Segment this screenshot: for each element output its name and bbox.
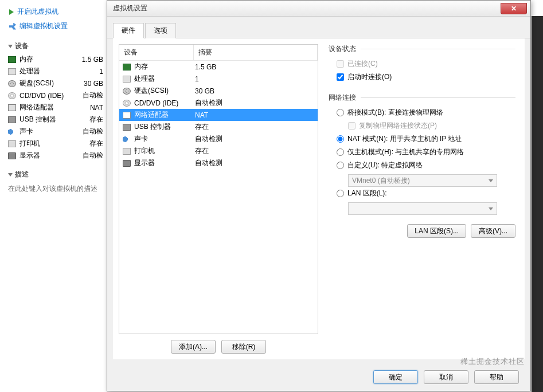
summary-device-row[interactable]: 处理器1 bbox=[5, 65, 107, 77]
hardware-row[interactable]: CD/DVD (IDE)自动检测 bbox=[119, 97, 318, 109]
net-icon bbox=[123, 112, 131, 119]
devices-section-title: 设备 bbox=[15, 41, 29, 51]
lan-radio-row[interactable]: LAN 区段(L): bbox=[327, 187, 515, 200]
advanced-button[interactable]: 高级(V)... bbox=[471, 224, 515, 238]
dialog-title: 虚拟机设置 bbox=[113, 3, 147, 13]
hardware-row[interactable]: 声卡自动检测 bbox=[119, 133, 318, 145]
device-name: 打印机 bbox=[19, 139, 40, 148]
device-name: 硬盘(SCSI) bbox=[19, 79, 54, 88]
hw-summary: 存在 bbox=[194, 122, 318, 132]
usb-icon bbox=[8, 116, 16, 123]
summary-device-row[interactable]: CD/DVD (IDE)自动检 bbox=[5, 89, 107, 101]
description-section-header[interactable]: 描述 bbox=[5, 162, 107, 182]
hardware-panel: 设备 摘要 内存1.5 GB处理器1硬盘(SCSI)30 GBCD/DVD (I… bbox=[119, 44, 318, 354]
hw-name: 硬盘(SCSI) bbox=[134, 86, 169, 96]
ok-button[interactable]: 确定 bbox=[373, 370, 418, 384]
chevron-down-icon bbox=[489, 179, 493, 182]
hw-summary: 自动检测 bbox=[194, 134, 318, 144]
dialog-titlebar[interactable]: 虚拟机设置 ✕ bbox=[107, 1, 530, 17]
hardware-row[interactable]: 显示器自动检测 bbox=[119, 157, 318, 169]
summary-device-row[interactable]: 网络适配器NAT bbox=[5, 101, 107, 113]
connect-at-poweron-row[interactable]: 启动时连接(O) bbox=[327, 70, 515, 84]
nat-radio-row[interactable]: NAT 模式(N): 用于共享主机的 IP 地址 bbox=[327, 132, 515, 146]
device-name: 处理器 bbox=[19, 66, 40, 76]
snd-icon bbox=[8, 128, 16, 135]
custom-vmnet-combo: VMnet0 (自动桥接) bbox=[348, 174, 497, 187]
hardware-row[interactable]: 打印机存在 bbox=[119, 145, 318, 157]
dsp-icon bbox=[8, 152, 16, 159]
hw-name: 声卡 bbox=[134, 134, 148, 144]
connect-at-poweron-checkbox[interactable] bbox=[337, 73, 344, 81]
hardware-row[interactable]: USB 控制器存在 bbox=[119, 121, 318, 133]
vm-settings-dialog: 虚拟机设置 ✕ 硬件 选项 设备 摘要 内存1.5 GB处理器1硬盘(SCSI)… bbox=[107, 0, 531, 391]
disk-icon bbox=[123, 88, 131, 95]
hw-name: 显示器 bbox=[134, 158, 155, 168]
hw-summary: 自动检测 bbox=[194, 158, 318, 168]
device-name: CD/DVD (IDE) bbox=[19, 92, 64, 100]
replicate-checkbox-row: 复制物理网络连接状态(P) bbox=[327, 119, 515, 132]
hardware-list-header: 设备 摘要 bbox=[119, 45, 318, 61]
chevron-down-icon bbox=[489, 207, 493, 210]
col-device[interactable]: 设备 bbox=[119, 45, 194, 60]
disk-icon bbox=[8, 80, 16, 87]
close-icon: ✕ bbox=[511, 5, 517, 13]
hardware-row[interactable]: 处理器1 bbox=[119, 73, 318, 85]
device-name: 内存 bbox=[19, 54, 33, 64]
tab-options[interactable]: 选项 bbox=[145, 23, 176, 38]
chevron-down-icon bbox=[8, 45, 13, 48]
power-on-vm-link[interactable]: 开启此虚拟机 bbox=[5, 5, 107, 19]
replicate-label: 复制物理网络连接状态(P) bbox=[359, 121, 437, 131]
device-name: 声卡 bbox=[19, 127, 33, 136]
tab-hardware[interactable]: 硬件 bbox=[113, 23, 144, 38]
custom-radio[interactable] bbox=[337, 162, 344, 169]
hardware-row[interactable]: 网络适配器NAT bbox=[119, 109, 318, 121]
hostonly-radio-row[interactable]: 仅主机模式(H): 与主机共享的专用网络 bbox=[327, 146, 515, 159]
summary-device-row[interactable]: 显示器自动检 bbox=[5, 150, 107, 162]
hardware-row[interactable]: 硬盘(SCSI)30 GB bbox=[119, 85, 318, 97]
lan-segments-button[interactable]: LAN 区段(S)... bbox=[407, 224, 466, 238]
summary-device-row[interactable]: 声卡自动检 bbox=[5, 126, 107, 138]
custom-radio-row[interactable]: 自定义(U): 特定虚拟网络 bbox=[327, 159, 515, 172]
summary-device-row[interactable]: 内存1.5 GB bbox=[5, 53, 107, 65]
hw-summary: 30 GB bbox=[194, 87, 318, 95]
device-value: 自动检 bbox=[83, 91, 103, 100]
cpu-icon bbox=[123, 76, 131, 83]
hw-summary: 1.5 GB bbox=[194, 63, 318, 71]
close-button[interactable]: ✕ bbox=[501, 3, 527, 14]
hardware-row[interactable]: 内存1.5 GB bbox=[119, 61, 318, 73]
replicate-checkbox bbox=[348, 122, 356, 130]
bridged-radio-row[interactable]: 桥接模式(B): 直接连接物理网络 bbox=[327, 106, 515, 119]
col-summary[interactable]: 摘要 bbox=[194, 45, 318, 60]
lan-radio[interactable] bbox=[337, 190, 344, 197]
cpu-icon bbox=[8, 68, 16, 75]
network-connection-group: 网络连接 桥接模式(B): 直接连接物理网络 复制物理网络连接状态(P) NAT… bbox=[327, 93, 515, 238]
dialog-footer: 确定 取消 帮助 bbox=[373, 370, 519, 384]
add-button[interactable]: 添加(A)... bbox=[171, 340, 216, 354]
help-button[interactable]: 帮助 bbox=[474, 370, 519, 384]
lan-segment-combo bbox=[348, 202, 497, 215]
custom-label: 自定义(U): 特定虚拟网络 bbox=[347, 160, 423, 170]
hw-name: CD/DVD (IDE) bbox=[134, 99, 178, 107]
devices-section-header[interactable]: 设备 bbox=[5, 33, 107, 53]
snd-icon bbox=[123, 136, 131, 143]
hostonly-label: 仅主机模式(H): 与主机共享的专用网络 bbox=[347, 147, 464, 157]
remove-button[interactable]: 移除(R) bbox=[221, 340, 266, 354]
summary-device-row[interactable]: USB 控制器存在 bbox=[5, 113, 107, 126]
bridged-radio[interactable] bbox=[337, 109, 344, 116]
hardware-list: 设备 摘要 内存1.5 GB处理器1硬盘(SCSI)30 GBCD/DVD (I… bbox=[119, 44, 318, 334]
cancel-button[interactable]: 取消 bbox=[424, 370, 468, 384]
nat-radio[interactable] bbox=[337, 135, 344, 143]
description-placeholder[interactable]: 在此处键入对该虚拟机的描述 bbox=[5, 182, 107, 196]
hw-name: 网络适配器 bbox=[134, 110, 169, 120]
description-section-title: 描述 bbox=[15, 170, 29, 179]
network-buttons-row: LAN 区段(S)... 高级(V)... bbox=[327, 215, 515, 238]
hw-name: USB 控制器 bbox=[134, 122, 171, 132]
summary-device-row[interactable]: 硬盘(SCSI)30 GB bbox=[5, 77, 107, 89]
edit-vm-settings-link[interactable]: 编辑虚拟机设置 bbox=[5, 19, 107, 33]
summary-device-row[interactable]: 打印机存在 bbox=[5, 138, 107, 150]
hw-name: 内存 bbox=[134, 62, 148, 72]
net-icon bbox=[8, 104, 16, 111]
device-value: 存在 bbox=[89, 115, 103, 124]
nat-label: NAT 模式(N): 用于共享主机的 IP 地址 bbox=[347, 134, 462, 144]
hostonly-radio[interactable] bbox=[337, 148, 344, 156]
